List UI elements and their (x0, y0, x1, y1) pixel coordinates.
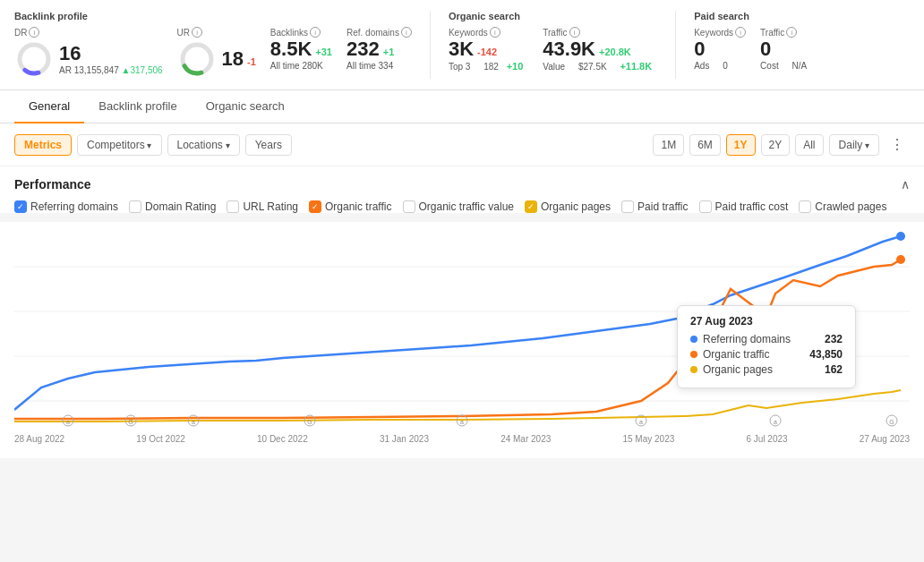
tooltip-date: 27 Aug 2023 (690, 315, 843, 328)
checkbox-organic-pages[interactable]: Organic pages (525, 200, 611, 213)
x-label-4: 24 Mar 2023 (500, 434, 551, 444)
checkbox-crawled-pages[interactable]: Crawled pages (799, 200, 886, 213)
x-label-1: 19 Oct 2022 (136, 434, 184, 444)
checkbox-paid-traffic[interactable]: Paid traffic (621, 200, 688, 213)
x-label-0: 28 Aug 2022 (14, 434, 64, 444)
tab-general[interactable]: General (14, 90, 84, 123)
time-all[interactable]: All (795, 134, 823, 156)
paid-cost: Cost N/A (760, 61, 812, 71)
backlinks-info-icon[interactable]: i (310, 27, 321, 38)
checkbox-paid-traffic-cost[interactable]: Paid traffic cost (699, 200, 789, 213)
time-2y[interactable]: 2Y (761, 134, 791, 156)
cb-paid-traffic-label: Paid traffic (637, 200, 688, 213)
tooltip-row-0: Referring domains 232 (690, 333, 843, 345)
granularity-btn[interactable]: Daily (829, 134, 879, 156)
checkbox-organic-value[interactable]: Organic traffic value (403, 200, 515, 213)
competitors-filter-btn[interactable]: Competitors (77, 134, 161, 156)
ref-domains-label: Ref. domains i (346, 27, 412, 38)
tab-organic-search[interactable]: Organic search (192, 90, 299, 123)
organic-metrics-row: Keywords i 3K -142 Top 3 182 +10 Traffic (449, 27, 657, 72)
tooltip-row-2: Organic pages 162 (690, 363, 843, 376)
svg-text:G: G (307, 419, 312, 425)
orange-dot (896, 255, 905, 264)
ur-info-icon[interactable]: i (192, 27, 202, 38)
ar-value: 13,155,847 (74, 65, 119, 75)
time-1m[interactable]: 1M (653, 134, 684, 156)
cb-paid-traffic-cost-box (699, 200, 712, 213)
backlinks-sub: All time 280K (270, 61, 323, 71)
cb-organic-value-label: Organic traffic value (419, 200, 515, 213)
x-label-6: 6 Jul 2023 (746, 434, 787, 444)
svg-text:a: a (192, 419, 195, 425)
checkbox-ref-domains[interactable]: Referring domains (14, 200, 118, 213)
cb-url-rating-box (227, 200, 239, 213)
organic-traffic-metric: Traffic i 43.9K +20.8K Value $27.5K +11.… (543, 27, 657, 72)
paid-traffic-metric: Traffic i 0 Cost N/A (760, 27, 812, 71)
filter-left: Metrics Competitors Locations Years (14, 134, 292, 156)
ar-row: AR 13,155,847 ▲317,506 (59, 65, 163, 75)
years-filter-btn[interactable]: Years (245, 134, 292, 156)
top3-delta: +10 (507, 61, 524, 72)
time-6m[interactable]: 6M (689, 134, 721, 156)
tab-backlink-profile[interactable]: Backlink profile (84, 90, 191, 123)
svg-text:a: a (639, 419, 643, 425)
organic-value: Value $27.5K +11.8K (543, 61, 657, 72)
dr-value: 16 (59, 44, 163, 64)
cb-url-rating-label: URL Rating (243, 200, 298, 213)
paid-keywords-label: Keywords i (694, 27, 746, 38)
ur-metric: UR i 18 -1 (177, 27, 256, 79)
organic-kw-info-icon[interactable]: i (490, 27, 500, 38)
checkbox-url-rating[interactable]: URL Rating (227, 200, 298, 213)
chart-tooltip: 27 Aug 2023 Referring domains 232 Organi… (677, 305, 856, 388)
cb-paid-traffic-cost-label: Paid traffic cost (715, 200, 789, 213)
metrics-filter-btn[interactable]: Metrics (14, 134, 72, 156)
top-panel: Backlink profile DR i 16 (0, 0, 924, 90)
ref-domains-value: 232 (346, 39, 380, 59)
time-1y[interactable]: 1Y (726, 134, 756, 156)
paid-traffic-value: 0 (760, 39, 771, 59)
organic-keywords-value: 3K (449, 39, 474, 59)
ref-domains-delta: +1 (383, 47, 395, 57)
paid-traffic-info-icon[interactable]: i (786, 27, 797, 38)
top3-label: Top 3 (449, 62, 470, 72)
x-label-2: 10 Dec 2022 (257, 434, 308, 444)
more-options-btn[interactable]: ⋮ (885, 132, 910, 157)
paid-ads: Ads 0 (694, 61, 733, 71)
svg-text:G: G (128, 419, 133, 425)
tooltip-label-0: Referring domains (703, 333, 819, 345)
dr-label: DR i (14, 27, 39, 38)
backlinks-delta: +31 (315, 47, 332, 57)
backlink-profile-title: Backlink profile (14, 11, 412, 21)
paid-keywords-value: 0 (694, 39, 705, 59)
checkbox-domain-rating[interactable]: Domain Rating (129, 200, 216, 213)
organic-traffic-delta: +20.8K (599, 47, 631, 57)
organic-top3: Top 3 182 +10 (449, 61, 528, 72)
tooltip-val-0: 232 (825, 333, 843, 345)
cb-crawled-pages-box (799, 200, 811, 213)
chart-area: a G a G a a a G 27 Aug 2023 Referring do… (0, 222, 924, 458)
x-label-5: 15 May 2023 (622, 434, 674, 444)
performance-section: Performance ∧ Referring domains Domain R… (0, 166, 924, 213)
locations-filter-btn[interactable]: Locations (167, 134, 240, 156)
organic-search-title: Organic search (449, 11, 657, 21)
organic-traffic-info-icon[interactable]: i (569, 27, 580, 38)
backlinks-label: Backlinks i (270, 27, 321, 38)
ref-domains-sub: All time 334 (346, 61, 393, 71)
backlinks-value: 8.5K (270, 39, 312, 59)
cb-domain-rating-box (129, 200, 141, 213)
paid-search-title: Paid search (694, 11, 812, 21)
cb-paid-traffic-box (621, 200, 634, 213)
backlink-profile-section: Backlink profile DR i 16 (14, 11, 431, 79)
ur-delta: -1 (247, 56, 256, 67)
collapse-btn[interactable]: ∧ (901, 177, 910, 192)
dr-donut (14, 39, 54, 79)
checkbox-organic-traffic[interactable]: Organic traffic (309, 200, 391, 213)
tooltip-val-2: 162 (825, 363, 843, 376)
paid-kw-info-icon[interactable]: i (735, 27, 746, 38)
dr-info-icon[interactable]: i (29, 27, 39, 38)
cb-crawled-pages-label: Crawled pages (815, 200, 886, 213)
tooltip-val-1: 43,850 (809, 348, 843, 361)
ref-domains-metric: Ref. domains i 232 +1 All time 334 (346, 27, 412, 71)
cb-organic-pages-box (525, 200, 537, 213)
ref-domains-info-icon[interactable]: i (401, 27, 412, 38)
